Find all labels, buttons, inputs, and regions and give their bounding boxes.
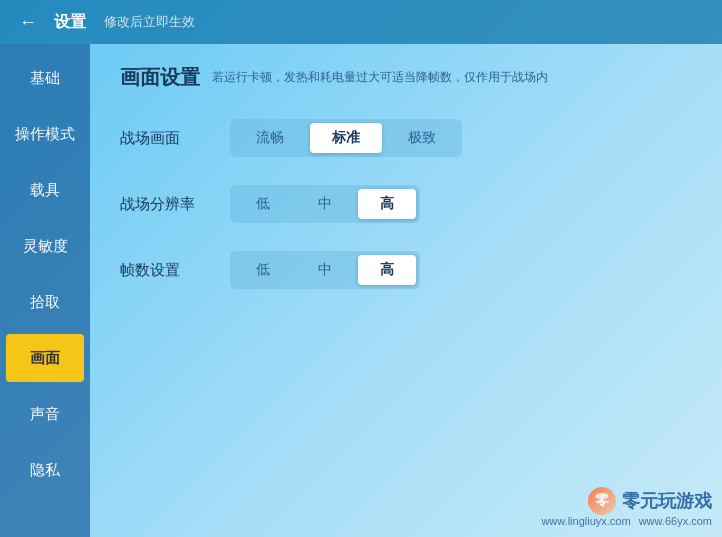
- option-frame-low[interactable]: 低: [234, 255, 292, 285]
- setting-row-battle-resolution: 战场分辨率 低 中 高: [120, 185, 692, 223]
- app-container: ← 设置 修改后立即生效 基础 操作模式 载具 灵敏度 拾取 画面: [0, 0, 722, 537]
- back-button[interactable]: ←: [12, 6, 44, 38]
- sidebar-item-sensitivity[interactable]: 灵敏度: [6, 222, 84, 270]
- option-smooth[interactable]: 流畅: [234, 123, 306, 153]
- sidebar-item-privacy[interactable]: 隐私: [6, 446, 84, 494]
- watermark-urls: www.lingliuyx.com www.66yx.com: [541, 515, 712, 527]
- option-frame-mid[interactable]: 中: [296, 255, 354, 285]
- watermark-logo: 零 零元玩游戏: [588, 487, 712, 515]
- sidebar-item-operations[interactable]: 操作模式: [6, 110, 84, 158]
- sidebar-item-display[interactable]: 画面: [6, 334, 84, 382]
- option-resolution-mid[interactable]: 中: [296, 189, 354, 219]
- sidebar-item-pickup[interactable]: 拾取: [6, 278, 84, 326]
- option-resolution-high[interactable]: 高: [358, 189, 416, 219]
- option-resolution-low[interactable]: 低: [234, 189, 292, 219]
- page-subtitle: 修改后立即生效: [104, 13, 195, 31]
- sidebar-item-basics[interactable]: 基础: [6, 54, 84, 102]
- option-advanced[interactable]: 极致: [386, 123, 458, 153]
- page-title: 设置: [54, 12, 86, 33]
- sidebar: 基础 操作模式 载具 灵敏度 拾取 画面 声音 隐私: [0, 44, 90, 537]
- top-bar: ← 设置 修改后立即生效: [0, 0, 722, 44]
- content-area: 基础 操作模式 载具 灵敏度 拾取 画面 声音 隐私: [0, 44, 722, 537]
- option-group-battle-screen: 流畅 标准 极致: [230, 119, 462, 157]
- option-standard[interactable]: 标准: [310, 123, 382, 153]
- option-frame-high[interactable]: 高: [358, 255, 416, 285]
- watermark-icon: 零: [588, 487, 616, 515]
- option-group-frame: 低 中 高: [230, 251, 420, 289]
- setting-label-battle-resolution: 战场分辨率: [120, 195, 210, 214]
- panel-header: 画面设置 若运行卡顿，发热和耗电量过大可适当降帧数，仅作用于战场内: [120, 64, 692, 91]
- setting-label-battle-screen: 战场画面: [120, 129, 210, 148]
- option-group-battle-resolution: 低 中 高: [230, 185, 420, 223]
- watermark: 零 零元玩游戏 www.lingliuyx.com www.66yx.com: [541, 487, 712, 527]
- sidebar-item-audio[interactable]: 声音: [6, 390, 84, 438]
- main-panel: 画面设置 若运行卡顿，发热和耗电量过大可适当降帧数，仅作用于战场内 战场画面 流…: [90, 44, 722, 537]
- panel-description: 若运行卡顿，发热和耗电量过大可适当降帧数，仅作用于战场内: [212, 69, 548, 86]
- setting-label-frame: 帧数设置: [120, 261, 210, 280]
- sidebar-item-tools[interactable]: 载具: [6, 166, 84, 214]
- setting-row-battle-screen: 战场画面 流畅 标准 极致: [120, 119, 692, 157]
- setting-row-frame: 帧数设置 低 中 高: [120, 251, 692, 289]
- panel-title: 画面设置: [120, 64, 200, 91]
